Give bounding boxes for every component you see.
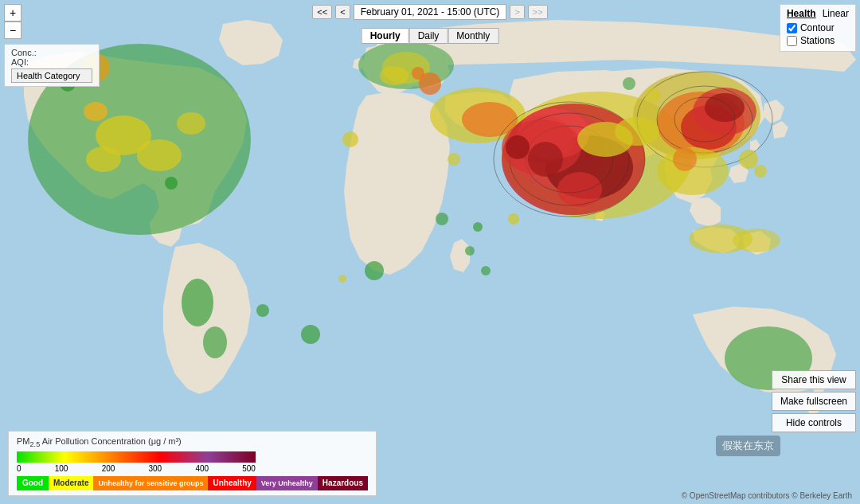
copyright: © OpenStreetMap contributors © Berkeley … <box>682 491 852 500</box>
svg-point-50 <box>342 131 358 147</box>
top-controls: << < February 01, 2021 - 15:00 (UTC) > >… <box>0 4 860 20</box>
time-tabs: Hourly Daily Monthly <box>362 28 499 44</box>
zoom-in-button[interactable]: + <box>4 4 22 21</box>
cat-good: Good <box>17 476 49 490</box>
svg-point-43 <box>673 147 697 171</box>
legend-title: PM2.5 Air Pollution Concentration (μg / … <box>17 436 368 448</box>
svg-point-6 <box>84 102 108 121</box>
svg-point-58 <box>645 88 661 104</box>
watermark: 假装在东京 <box>716 436 780 456</box>
conc-label: Conc.: <box>11 48 92 57</box>
action-buttons: Share this view Make fullscreen Hide con… <box>772 370 856 432</box>
svg-point-57 <box>754 165 767 178</box>
fullscreen-button[interactable]: Make fullscreen <box>772 392 856 411</box>
svg-point-3 <box>137 139 182 171</box>
gradient-bar <box>17 451 256 463</box>
zoom-controls: + − <box>4 4 22 39</box>
svg-point-59 <box>623 77 635 90</box>
right-panel: Health Linear Contour Stations <box>780 4 856 52</box>
svg-point-5 <box>177 112 205 135</box>
tab-hourly[interactable]: Hourly <box>362 28 409 44</box>
mode-health[interactable]: Health <box>787 8 816 19</box>
cat-sensitive: Unhealthy for sensitive groups <box>93 476 208 490</box>
cat-unhealthy: Unhealthy <box>208 476 256 490</box>
gradient-labels: 0 100 200 300 400 500 <box>17 464 256 473</box>
svg-point-54 <box>481 266 491 275</box>
svg-point-52 <box>473 222 483 232</box>
tab-daily[interactable]: Daily <box>409 28 448 44</box>
svg-point-9 <box>165 177 178 189</box>
svg-point-60 <box>506 135 530 159</box>
aqi-label: AQI: <box>11 57 92 67</box>
svg-point-46 <box>365 261 384 280</box>
info-panel: Conc.: AQI: Health Category <box>4 44 100 87</box>
nav-next-button[interactable]: > <box>510 5 524 19</box>
nav-prev-button[interactable]: < <box>335 5 350 19</box>
svg-point-33 <box>528 142 563 177</box>
svg-point-56 <box>739 150 758 169</box>
svg-point-48 <box>465 246 475 256</box>
svg-point-51 <box>448 153 460 166</box>
svg-point-18 <box>380 66 408 85</box>
svg-point-4 <box>86 147 121 172</box>
date-display: February 01, 2021 - 15:00 (UTC) <box>354 4 507 20</box>
contour-label: Contour <box>800 22 835 33</box>
svg-point-28 <box>557 172 602 207</box>
svg-point-11 <box>203 326 227 358</box>
category-bar: Good Moderate Unhealthy for sensitive gr… <box>17 476 368 490</box>
cat-moderate: Moderate <box>49 476 93 490</box>
contour-checkbox[interactable] <box>787 23 797 33</box>
cat-very-unhealthy: Very Unhealthy <box>256 476 318 490</box>
svg-point-10 <box>182 279 213 326</box>
tab-monthly[interactable]: Monthly <box>448 28 498 44</box>
share-button[interactable]: Share this view <box>772 370 856 389</box>
svg-point-13 <box>256 304 269 317</box>
svg-point-62 <box>615 117 659 146</box>
svg-point-47 <box>436 213 448 225</box>
svg-point-53 <box>508 213 519 225</box>
map-container <box>0 0 860 504</box>
svg-point-55 <box>338 275 346 283</box>
stations-checkbox[interactable] <box>787 36 797 46</box>
svg-point-17 <box>412 67 424 80</box>
nav-next-next-button[interactable]: >> <box>528 5 548 19</box>
stations-label: Stations <box>800 35 835 46</box>
cat-hazardous: Hazardous <box>318 476 368 490</box>
hide-controls-button[interactable]: Hide controls <box>772 413 856 432</box>
svg-point-45 <box>733 229 780 252</box>
svg-point-12 <box>301 325 320 344</box>
health-category-button[interactable]: Health Category <box>11 68 92 83</box>
mode-linear[interactable]: Linear <box>823 8 849 19</box>
zoom-out-button[interactable]: − <box>4 21 22 39</box>
legend: PM2.5 Air Pollution Concentration (μg / … <box>8 431 377 496</box>
nav-prev-prev-button[interactable]: << <box>312 5 332 19</box>
